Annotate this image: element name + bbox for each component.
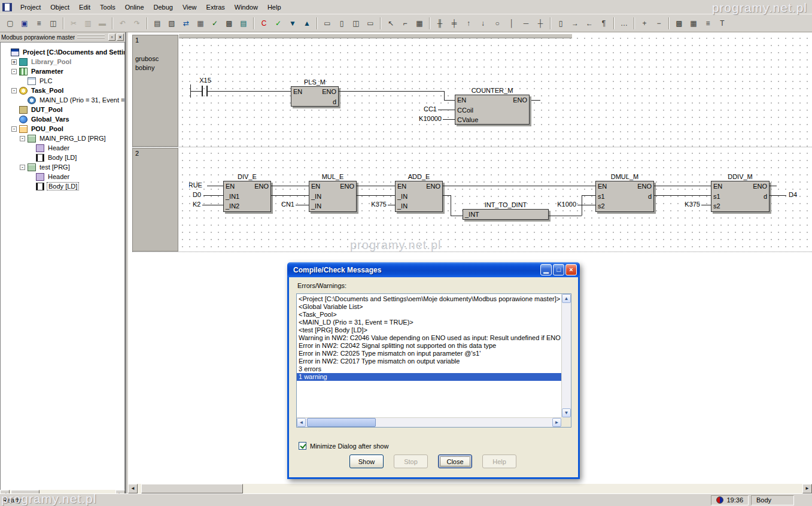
print-icon[interactable]: ≡ [32,17,45,29]
network-label-icon[interactable]: ⌐ [399,17,412,29]
save-icon[interactable]: ▣ [18,17,31,29]
menu-online[interactable]: Online [120,2,149,13]
show-button[interactable]: Show [349,455,384,468]
ladder-grid[interactable] [179,35,812,253]
online-program-icon[interactable]: C [257,17,270,29]
menu-object[interactable]: Object [45,2,74,13]
collapse-icon[interactable]: - [11,126,17,132]
float-icon[interactable]: ▫ [108,34,115,41]
print-preview-icon[interactable]: ◫ [47,17,60,29]
new-icon[interactable]: ▢ [4,17,17,29]
operand-label[interactable]: K375 [366,201,387,208]
project-check-icon[interactable]: ✓ [208,17,221,29]
select-tool-icon[interactable]: ↖ [384,17,397,29]
vertical-line-icon[interactable]: │ [505,17,518,29]
menu-tools[interactable]: Tools [95,2,120,13]
tree-item-task-pool[interactable]: -Task_Pool [1,86,124,95]
message-row[interactable]: 1 warning [297,373,561,381]
rising-contact-icon[interactable]: ↑ [462,17,475,29]
object-list-icon[interactable]: ▭ [321,17,334,29]
menu-extras[interactable]: Extras [202,2,230,13]
closed-contact-icon[interactable]: ╪ [448,17,461,29]
function-block-counter-m[interactable]: COUNTER_M EN ENO CCoil CValue [455,87,530,125]
dut-list-icon[interactable]: ▯ [335,17,348,29]
menu-edit[interactable]: Edit [74,2,95,13]
scroll-up-icon[interactable]: ▲ [562,294,571,303]
tree-item-parameter[interactable]: -Parameter [1,66,124,76]
maximize-icon[interactable]: □ [553,264,564,275]
titlebar-grip-icon[interactable] [77,35,105,40]
function-block-mul-e[interactable]: MUL_E EN ENO _IN _IN [309,173,357,212]
network-2-header[interactable]: 2 [132,148,178,252]
menu-help[interactable]: Help [263,2,286,13]
falling-contact-icon[interactable]: ↓ [476,17,489,29]
tree-item-pou-pool[interactable]: -POU_Pool [1,124,124,134]
tree-item-main-prg-ld-prg[interactable]: -MAIN_PRG_LD [PRG] [1,134,124,143]
collapse-icon[interactable]: - [20,165,25,170]
close-icon[interactable]: × [565,264,577,275]
function-block-ddiv-m[interactable]: DDIV_M EN ENO s1 d s2 [711,173,770,212]
operand-label[interactable]: D0 [193,191,201,199]
operand-label[interactable]: K375 [679,201,700,208]
scroll-left-icon[interactable]: ◄ [297,418,306,427]
dialog-titlebar[interactable]: Compile/Check Messages ▁□× [287,262,580,277]
tree-item-body-ld[interactable]: Body [LD] [1,153,124,162]
scroll-left-icon[interactable]: ◄ [128,484,138,493]
editor-horizontal-scrollbar[interactable]: ◄ ► [128,484,812,493]
code-generation-icon[interactable]: ▦ [194,17,207,29]
operand-label[interactable]: K10000 [409,115,442,123]
scroll-thumb[interactable] [307,418,376,427]
horizontal-line-icon[interactable]: ─ [519,17,533,29]
message-row[interactable]: Warning in NW2: C2046 Value depending on… [297,334,561,342]
checkbox-icon[interactable] [299,442,306,450]
close-button[interactable]: Close [438,455,472,468]
label-icon[interactable]: ¶ [597,17,610,29]
messages-listbox[interactable]: <Project [C:\Documents and Settings\oem\… [296,293,571,428]
transfer-setup-icon[interactable]: ⇄ [180,17,193,29]
function-block-pls-m[interactable]: PLS_M EN ENO d [291,78,339,107]
new-object-icon[interactable]: ▤ [151,17,164,29]
collapse-icon[interactable]: - [20,136,25,141]
contact-label[interactable]: X15 [197,77,213,84]
operand-label-clipped[interactable]: TRUE [189,181,207,189]
zoom-out-icon[interactable]: − [652,17,665,29]
var-list-icon[interactable]: ▭ [364,17,377,29]
contact-bar[interactable] [202,86,203,96]
menu-view[interactable]: View [178,2,202,13]
message-row[interactable]: Error in NW2: C2025 Type mismatch on inp… [297,350,561,357]
guideline-icon[interactable]: ≡ [701,17,714,29]
list-horizontal-scrollbar[interactable]: ◄ ► [297,417,561,427]
tree-item-test-prg[interactable]: -test [PRG] [1,162,124,172]
font-icon[interactable]: T [716,17,729,29]
message-row[interactable]: <Project [C:\Documents and Settings\oem\… [297,295,561,303]
function-block-add-e[interactable]: ADD_E EN ENO _IN _IN [395,173,443,212]
expand-icon[interactable]: + [11,59,17,65]
return-icon[interactable]: ← [583,17,596,29]
open-object-icon[interactable]: ▧ [165,17,178,29]
library-pool-icon[interactable]: ▤ [237,17,250,29]
open-contact-icon[interactable]: ╫ [433,17,446,29]
tree-item-dut-pool[interactable]: DUT_Pool [1,105,124,114]
project-tree[interactable]: Project [C:\Documents and Settings\oem\M… [0,42,125,499]
tree-item-library-pool[interactable]: +Library_Pool [1,57,124,66]
collapse-icon[interactable]: - [11,88,17,93]
menu-project[interactable]: Project [16,2,45,13]
message-row[interactable]: <Global Variable List> [297,303,561,311]
instruction-table-icon[interactable]: ▦ [413,17,426,29]
tree-item-global-vars[interactable]: Global_Vars [1,114,124,124]
close-icon[interactable]: × [117,34,124,41]
grid-icon[interactable]: ▩ [673,17,686,29]
message-row[interactable]: Error in NW2: C2042 Signal splitting not… [297,342,561,350]
function-block-dmul-m[interactable]: DMUL_M EN ENO s1 d s2 [595,173,654,212]
monitor-check-icon[interactable]: ✓ [272,17,285,29]
message-row[interactable]: Error in NW2: C2017 Type mismatch on out… [297,357,561,365]
minimize-dialog-checkbox[interactable]: Minimize Dialog after show [299,442,388,450]
minimize-icon[interactable]: ▁ [540,264,552,275]
tree-item-main-ld-prio-31-event-true[interactable]: MAIN_LD (Prio = 31, Event = TRUE) [1,95,124,105]
upload-icon[interactable]: ▲ [300,17,314,29]
tree-item-header[interactable]: Header [1,172,124,181]
network-1-header[interactable]: 1 grubosc bobiny [132,35,178,147]
cross-reference-icon[interactable]: ▩ [223,17,236,29]
scroll-track[interactable] [138,484,802,493]
operand-label[interactable]: CC1 [418,105,437,113]
